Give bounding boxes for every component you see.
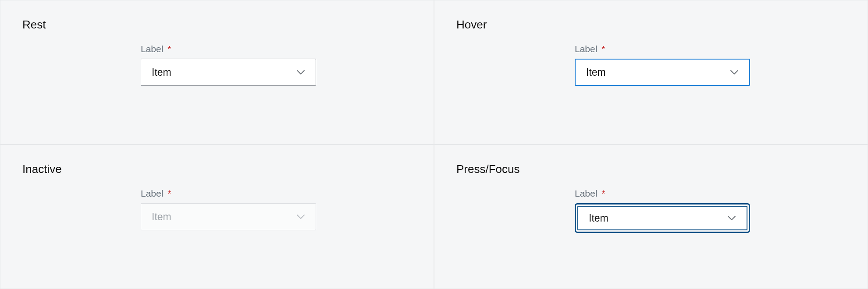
chevron-down-icon <box>728 66 740 78</box>
state-title: Hover <box>456 18 846 32</box>
required-star: * <box>601 44 605 54</box>
field-label: Label * <box>575 44 750 54</box>
state-title: Rest <box>22 18 412 32</box>
field-label: Label * <box>575 188 750 199</box>
field-label: Label * <box>141 188 316 199</box>
state-focus: Press/Focus Label * Item <box>434 144 868 289</box>
state-hover: Hover Label * Item <box>434 0 868 144</box>
combobox-hover[interactable]: Item <box>575 59 750 86</box>
state-inactive: Inactive Label * Item <box>0 144 434 289</box>
field-label: Label * <box>141 44 316 54</box>
required-star: * <box>601 188 605 198</box>
chevron-down-icon <box>295 211 307 223</box>
required-star: * <box>167 44 171 54</box>
label-text: Label <box>141 44 163 54</box>
chevron-down-icon <box>295 66 307 78</box>
state-title: Inactive <box>22 162 412 176</box>
field-wrap: Label * Item <box>141 188 316 230</box>
chevron-down-icon <box>726 212 738 224</box>
field-wrap: Label * Item <box>575 188 750 233</box>
state-title: Press/Focus <box>456 162 846 176</box>
states-grid: Rest Label * Item Hover Label * Item <box>0 0 868 289</box>
label-text: Label <box>575 44 597 54</box>
combobox-value: Item <box>152 211 171 223</box>
combobox-focus[interactable]: Item <box>577 206 747 230</box>
state-rest: Rest Label * Item <box>0 0 434 144</box>
combobox-value: Item <box>586 67 606 78</box>
combobox-rest[interactable]: Item <box>141 59 316 86</box>
required-star: * <box>167 188 171 198</box>
field-wrap: Label * Item <box>575 44 750 86</box>
focus-ring: Item <box>575 203 750 233</box>
combobox-value: Item <box>152 67 171 78</box>
field-wrap: Label * Item <box>141 44 316 86</box>
label-text: Label <box>141 188 163 198</box>
label-text: Label <box>575 188 597 198</box>
combobox-inactive: Item <box>141 203 316 230</box>
combobox-value: Item <box>589 212 608 224</box>
